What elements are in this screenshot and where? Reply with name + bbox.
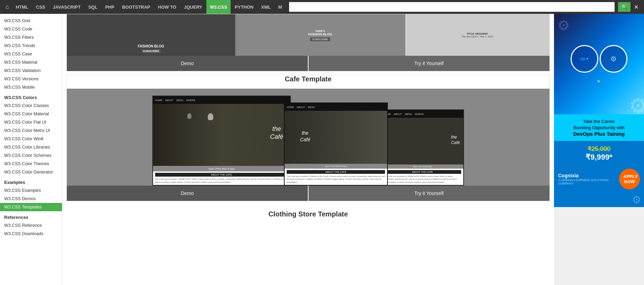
sidebar-references-section: References [0, 211, 62, 221]
close-button[interactable]: ✕ [631, 2, 641, 12]
cafe-template-title: Cafe Template [67, 75, 549, 83]
cafe-nav-right-about: ABOUT [394, 113, 402, 115]
nav-w3css[interactable]: W3.CSS [206, 0, 231, 14]
cafe-text-overlay: theCafé [270, 125, 283, 141]
nav-javascript[interactable]: JAVASCRIPT [50, 0, 84, 14]
nav-howto[interactable]: HOW TO [154, 0, 180, 14]
sidebar: W3.CSS Grid W3.CSS Code W3.CSS Filters W… [0, 14, 62, 285]
nav-html[interactable]: HTML [12, 0, 32, 14]
cafe-nav-right: HOME ABOUT MENU WHERE [382, 110, 463, 118]
cafe-overlay [153, 104, 290, 166]
nav-css[interactable]: CSS [33, 0, 49, 14]
cafe-open-text-mid: Open: From 9am to 9pm [324, 165, 347, 167]
top-navigation: ⌂ HTML CSS JAVASCRIPT SQL PHP BOOTSTRAP … [0, 0, 644, 14]
nav-sql[interactable]: SQL [85, 0, 101, 14]
page-layout: W3.CSS Grid W3.CSS Code W3.CSS Filters W… [0, 14, 644, 285]
fashion-try-button[interactable]: Try it Yourself [308, 56, 549, 71]
home-button[interactable]: ⌂ [3, 2, 12, 11]
cafe-screen-main: HOME ABOUT MENU WHERE theCafé [152, 96, 291, 186]
sidebar-item-color-generator[interactable]: W3.CSS Color Generator [0, 168, 62, 176]
sidebar-item-color-material[interactable]: W3.CSS Color Material [0, 110, 62, 118]
sidebar-item-reference[interactable]: W3.CSS Reference [0, 221, 62, 230]
ad-dots: ≫ [597, 79, 601, 83]
fashion-demo-button[interactable]: Demo [67, 56, 308, 71]
sidebar-item-color-libraries[interactable]: W3.CSS Color Libraries [0, 143, 62, 151]
sidebar-item-color-themes[interactable]: W3.CSS Color Themes [0, 160, 62, 168]
cafe-nav-mid-home: HOME [287, 106, 294, 108]
subscribe-btn-2[interactable]: SUBSCRIBE [310, 37, 330, 41]
sidebar-item-color-win8[interactable]: W3.CSS Color Win8 [0, 135, 62, 143]
nav-more[interactable]: M [275, 0, 286, 14]
cafe-text-mid: theCafé [300, 130, 310, 142]
ad-brand-name: Cognixia [558, 173, 619, 178]
nav-python[interactable]: PYTHON [231, 0, 257, 14]
cafe-about-text-main: The Café was founded in Nibble by Mr. Sm… [155, 178, 288, 184]
cafe-button-row: Demo Try it Yourself [67, 186, 549, 201]
cafe-nav-mid: HOME ABOUT MENU [285, 103, 387, 111]
cafe-hero-main: theCafé [153, 104, 290, 166]
cafe-nav-mid-about: ABOUT [297, 106, 305, 108]
cafe-open-text-right: Open: From 9am to 9pm [413, 166, 432, 168]
sidebar-item-color-classes[interactable]: W3.CSS Color Classes [0, 101, 62, 110]
search-button[interactable]: 🔍 [618, 2, 630, 12]
cafe-about-main: ABOUT THE CAFE The Café was founded in N… [153, 171, 290, 185]
ad-apply-button[interactable]: APPLY NOW [619, 169, 640, 189]
sidebar-item-mobile[interactable]: W3.CSS Mobile [0, 83, 62, 91]
plus-icon: + [586, 56, 589, 61]
cafe-about-title-main: ABOUT THE CAFE [155, 173, 288, 177]
cafe-open-sign-mid: Open: From 9am to 9pm [285, 164, 387, 169]
cafe-nav-right-where: WHERE [415, 113, 424, 115]
cafe-open-text: Open: From 9am to 9pm [208, 168, 235, 170]
sidebar-item-color-metro[interactable]: W3.CSS Color Metro UI [0, 126, 62, 135]
sidebar-item-color-flatui[interactable]: W3.CSS Color Flat UI [0, 118, 62, 126]
ad-text-section: Take the Career Boosting Opportunity wit… [554, 114, 644, 141]
ad-logo-circle-2: ⚙ [600, 45, 627, 73]
main-content: FASHION BLOGSUBSCRIBE Jane'sFASHION BLOG… [62, 14, 554, 285]
nav-xml[interactable]: XML [258, 0, 274, 14]
search-input[interactable] [289, 2, 615, 12]
sidebar-item-filters[interactable]: W3.CSS Filters [0, 33, 62, 42]
sidebar-item-examples[interactable]: W3.CSS Examples [0, 186, 62, 195]
sidebar-item-material[interactable]: W3.CSS Material [0, 58, 62, 66]
sidebar-item-case[interactable]: W3.CSS Case [0, 50, 62, 58]
sidebar-item-demos[interactable]: W3.CSS Demos [0, 195, 62, 203]
sidebar-item-code[interactable]: W3.CSS Code [0, 25, 62, 33]
gear-icon-large: ⚙ [629, 93, 644, 114]
sidebar-item-grid[interactable]: W3.CSS Grid [0, 17, 62, 25]
nav-jquery[interactable]: JQUERY [180, 0, 206, 14]
sidebar-examples-section: Examples [0, 176, 62, 186]
sidebar-item-downloads[interactable]: W3.CSS Downloads [0, 230, 62, 238]
cafe-demo-button[interactable]: Demo [67, 186, 308, 201]
cafe-hero-right: theCafé [382, 118, 463, 164]
cafe-screen-right: HOME ABOUT MENU WHERE theCafé Open: From… [381, 109, 464, 186]
cafe-try-button[interactable]: Try it Yourself [308, 186, 549, 201]
cafe-about-title-right: ABOUT THE CAFE [384, 170, 461, 174]
sidebar-item-versions[interactable]: W3.CSS Versions [0, 75, 62, 83]
gear-icon-small: ⚙ [557, 17, 570, 33]
cafe-hero-text-main: theCafé [270, 125, 283, 141]
cafe-nav-main: HOME ABOUT MENU WHERE [153, 96, 290, 104]
ad-image: ⚙ ⚙ ∞ + ⚙ ≫ [554, 14, 644, 114]
fashion-panel-1: FASHION BLOGSUBSCRIBE [67, 14, 235, 56]
fashion-preview-partial: FASHION BLOGSUBSCRIBE Jane'sFASHION BLOG… [66, 14, 550, 71]
cafe-nav-where: WHERE [186, 99, 195, 101]
ad-title-line1: Take the Career [558, 118, 640, 125]
cafe-nav-home: HOME [155, 99, 162, 101]
fashion-panel-2: Jane'sFASHION BLOG SUBSCRIBE [236, 14, 404, 56]
ad-new-price: ₹9,999* [558, 153, 640, 162]
subscribe-btn-1[interactable]: SUBSCRIBE [141, 49, 161, 53]
sidebar-item-color-schemes[interactable]: W3.CSS Color Schemes [0, 151, 62, 160]
nav-bootstrap[interactable]: BOOTSTRAP [118, 0, 154, 14]
cafe-about-mid: ABOUT THE CAFE The Café was founded in N… [285, 169, 387, 185]
clothing-section: Clothing Store Template [66, 205, 550, 224]
cafe-about-text-mid: The Café was founded in Nibble by Mr. Sm… [287, 175, 385, 184]
sidebar-item-validation[interactable]: W3.CSS Validation [0, 66, 62, 75]
nav-php[interactable]: PHP [102, 0, 118, 14]
sidebar-item-templates[interactable]: W3.CSS Templates [0, 203, 62, 211]
cafe-open-sign-right: Open: From 9am to 9pm [382, 164, 463, 169]
ad-title-line2: Boosting Opportunity with [558, 125, 640, 131]
fashion-panel-3-sub: Title description, May 2, 2019 [462, 35, 493, 38]
fashion-preview-images: FASHION BLOGSUBSCRIBE Jane'sFASHION BLOG… [67, 14, 549, 56]
sidebar-colors-section: W3.CSS Colors [0, 91, 62, 101]
sidebar-item-trends[interactable]: W3.CSS Trends [0, 42, 62, 50]
